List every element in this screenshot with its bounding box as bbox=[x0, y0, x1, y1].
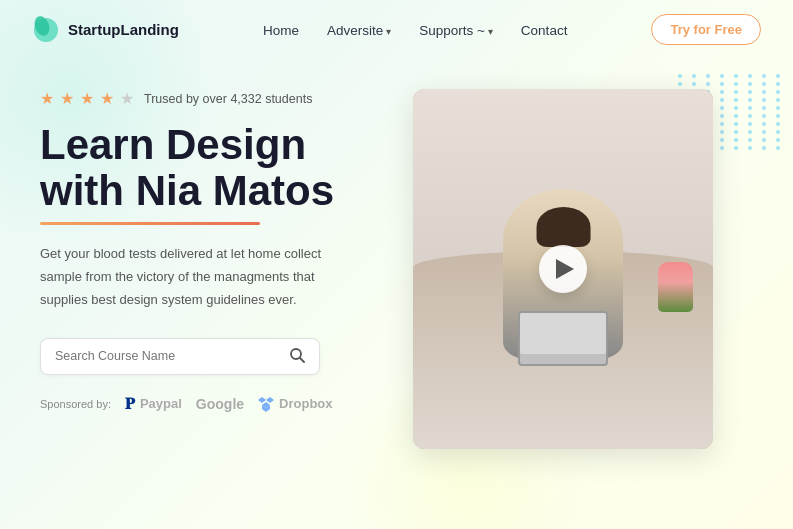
logo-icon bbox=[32, 16, 60, 44]
paypal-icon: 𝐏 bbox=[125, 395, 135, 413]
dot bbox=[776, 106, 780, 110]
dot bbox=[734, 90, 738, 94]
nav-item-supports[interactable]: Supports ~▾ bbox=[419, 21, 493, 39]
dot bbox=[720, 90, 724, 94]
dot bbox=[720, 82, 724, 86]
nav-item-contact[interactable]: Contact bbox=[521, 21, 568, 39]
dot bbox=[692, 74, 696, 78]
dot bbox=[748, 82, 752, 86]
laptop bbox=[518, 311, 608, 366]
play-triangle-icon bbox=[556, 259, 574, 279]
star-2: ★ bbox=[60, 89, 74, 108]
hero-description: Get your blood tests delivered at let ho… bbox=[40, 243, 330, 311]
dot bbox=[748, 90, 752, 94]
star-1: ★ bbox=[40, 89, 54, 108]
dot bbox=[720, 106, 724, 110]
dot bbox=[734, 82, 738, 86]
play-button[interactable] bbox=[539, 245, 587, 293]
dot bbox=[762, 122, 766, 126]
dot bbox=[776, 138, 780, 142]
star-5-half: ★ bbox=[120, 89, 134, 108]
search-icon bbox=[289, 347, 305, 363]
dot bbox=[734, 98, 738, 102]
dot bbox=[734, 122, 738, 126]
dot bbox=[748, 74, 752, 78]
flowers bbox=[658, 262, 693, 312]
sponsor-google: Google bbox=[196, 396, 244, 412]
woman-hair bbox=[537, 207, 591, 247]
dot bbox=[776, 146, 780, 150]
search-button[interactable] bbox=[289, 347, 305, 366]
search-box bbox=[40, 338, 320, 375]
dot bbox=[762, 138, 766, 142]
dot bbox=[762, 74, 766, 78]
dot bbox=[748, 138, 752, 142]
chevron-icon: ▾ bbox=[488, 26, 493, 37]
dot bbox=[776, 130, 780, 134]
dot bbox=[720, 122, 724, 126]
dot bbox=[678, 82, 682, 86]
dot bbox=[720, 74, 724, 78]
dot bbox=[762, 98, 766, 102]
star-4: ★ bbox=[100, 89, 114, 108]
nav-item-adversite[interactable]: Adversite▾ bbox=[327, 21, 391, 39]
dot bbox=[776, 90, 780, 94]
dot bbox=[762, 130, 766, 134]
hero-left: ★ ★ ★ ★ ★ Trused by over 4,332 students … bbox=[40, 79, 393, 413]
dot bbox=[762, 90, 766, 94]
hero-title-line1: Learn Design bbox=[40, 121, 306, 168]
dot bbox=[776, 74, 780, 78]
logo[interactable]: StartupLanding bbox=[32, 16, 179, 44]
try-for-free-button[interactable]: Try for Free bbox=[651, 14, 761, 45]
dot bbox=[776, 114, 780, 118]
dropbox-icon bbox=[258, 396, 274, 412]
dot bbox=[706, 74, 710, 78]
dot bbox=[776, 82, 780, 86]
hero-image-area: // Generate dots via JS after DOM load bbox=[413, 69, 753, 479]
title-underline bbox=[40, 222, 260, 225]
dot bbox=[720, 138, 724, 142]
search-input[interactable] bbox=[55, 349, 289, 363]
dot bbox=[762, 146, 766, 150]
dot bbox=[748, 98, 752, 102]
dot bbox=[720, 98, 724, 102]
dot bbox=[748, 146, 752, 150]
dot bbox=[734, 74, 738, 78]
svg-marker-5 bbox=[266, 397, 274, 403]
dot bbox=[734, 106, 738, 110]
nav-link-home[interactable]: Home bbox=[263, 23, 299, 38]
nav-item-home[interactable]: Home bbox=[263, 21, 299, 39]
svg-marker-4 bbox=[258, 397, 266, 403]
dot bbox=[776, 122, 780, 126]
dot bbox=[734, 146, 738, 150]
sponsor-paypal: 𝐏 Paypal bbox=[125, 395, 182, 413]
logo-text: StartupLanding bbox=[68, 21, 179, 38]
dot bbox=[706, 82, 710, 86]
paypal-label: Paypal bbox=[140, 396, 182, 411]
laptop-screen bbox=[520, 313, 606, 354]
hero-title-line2: with Nia Matos bbox=[40, 167, 334, 214]
sponsor-dropbox: Dropbox bbox=[258, 396, 332, 412]
dot bbox=[748, 130, 752, 134]
dot bbox=[720, 114, 724, 118]
dot bbox=[776, 98, 780, 102]
svg-line-3 bbox=[300, 358, 304, 362]
dot bbox=[748, 106, 752, 110]
dot bbox=[762, 106, 766, 110]
dropbox-label: Dropbox bbox=[279, 396, 332, 411]
trust-text: Trused by over 4,332 students bbox=[144, 92, 312, 106]
dot bbox=[734, 138, 738, 142]
dot bbox=[748, 114, 752, 118]
dot bbox=[762, 82, 766, 86]
nav-link-adversite[interactable]: Adversite▾ bbox=[327, 23, 391, 38]
dot bbox=[748, 122, 752, 126]
dot bbox=[734, 114, 738, 118]
chevron-icon: ▾ bbox=[386, 26, 391, 37]
nav-link-supports[interactable]: Supports ~▾ bbox=[419, 23, 493, 38]
dot bbox=[678, 74, 682, 78]
nav-link-contact[interactable]: Contact bbox=[521, 23, 568, 38]
google-label: Google bbox=[196, 396, 244, 412]
dot bbox=[762, 114, 766, 118]
dot bbox=[692, 82, 696, 86]
dot bbox=[720, 146, 724, 150]
